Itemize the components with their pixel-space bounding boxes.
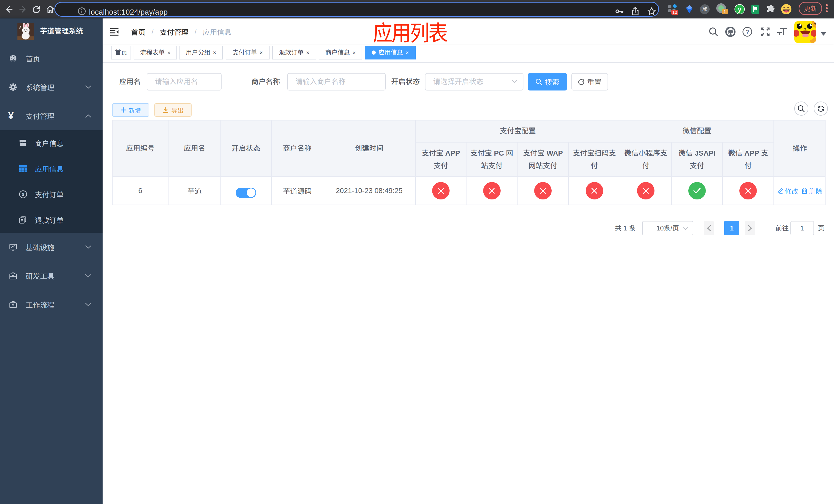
svg-text:⌘: ⌘ [702, 6, 707, 13]
svg-text:?: ? [746, 29, 749, 35]
svg-text:¥: ¥ [22, 192, 25, 197]
svg-text:10: 10 [673, 10, 677, 15]
svg-text:y: y [738, 6, 741, 13]
svg-text:1: 1 [723, 9, 726, 14]
